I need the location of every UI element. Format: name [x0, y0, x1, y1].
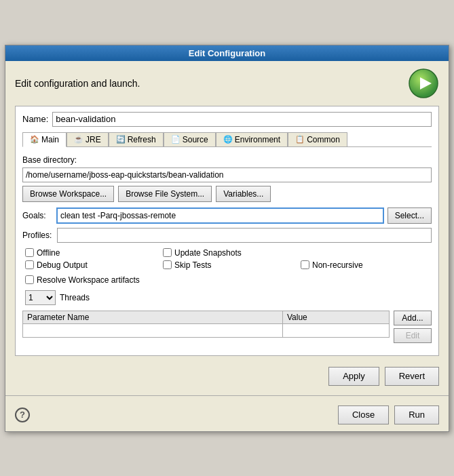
main-tab-content: Base directory: Browse Workspace... Brow…	[22, 153, 432, 349]
revert-button[interactable]: Revert	[385, 367, 439, 386]
params-table: Parameter Name Value	[22, 311, 390, 338]
refresh-tab-icon: 🔄	[116, 135, 126, 144]
common-tab-icon: 📋	[295, 135, 305, 144]
skip-tests-checkbox-item[interactable]: Skip Tests	[163, 260, 294, 270]
source-tab-icon: 📄	[171, 135, 181, 144]
offline-label: Offline	[37, 248, 60, 258]
profiles-label: Profiles:	[22, 231, 53, 240]
param-name-header: Parameter Name	[23, 311, 283, 323]
close-button[interactable]: Close	[338, 405, 389, 424]
non-recursive-label: Non-recursive	[312, 260, 363, 270]
apply-revert-row: Apply Revert	[5, 363, 449, 390]
offline-checkbox-item[interactable]: Offline	[25, 248, 156, 258]
launch-button[interactable]	[408, 68, 439, 99]
tab-environment[interactable]: 🌐 Environment	[216, 132, 288, 146]
non-recursive-checkbox[interactable]	[301, 260, 309, 269]
browse-workspace-button[interactable]: Browse Workspace...	[22, 186, 114, 202]
resolve-workspace-checkbox[interactable]	[25, 275, 34, 284]
name-input[interactable]	[52, 112, 432, 127]
tab-jre[interactable]: ☕ JRE	[67, 132, 109, 146]
tab-refresh[interactable]: 🔄 Refresh	[109, 132, 164, 146]
name-label: Name:	[22, 114, 48, 124]
profiles-input[interactable]	[57, 228, 432, 243]
dialog-title: Edit Configuration	[189, 48, 265, 58]
resolve-workspace-checkbox-item[interactable]: Resolve Workspace artifacts	[25, 275, 432, 285]
skip-tests-label: Skip Tests	[174, 260, 211, 270]
tabs-bar: 🏠 Main ☕ JRE 🔄 Refresh 📄 Source 🌐	[22, 132, 432, 147]
select-goals-button[interactable]: Select...	[387, 207, 432, 224]
offline-checkbox[interactable]	[25, 248, 34, 257]
edit-parameter-button[interactable]: Edit	[394, 328, 432, 343]
browse-filesystem-button[interactable]: Browse File System...	[118, 186, 212, 202]
debug-output-label: Debug Output	[37, 260, 88, 270]
table-row	[23, 323, 390, 337]
jre-tab-icon: ☕	[74, 135, 83, 144]
checkboxes-grid: Offline Update Snapshots Debug Output Sk…	[22, 248, 432, 270]
threads-select[interactable]: 1 2 4 8	[25, 290, 56, 305]
base-directory-label: Base directory:	[22, 155, 432, 165]
header-text: Edit configuration and launch.	[15, 78, 140, 89]
help-button[interactable]: ?	[15, 408, 30, 422]
param-value-header: Value	[282, 311, 389, 323]
tab-source[interactable]: 📄 Source	[164, 132, 216, 146]
resolve-workspace-label: Resolve Workspace artifacts	[37, 275, 140, 285]
update-snapshots-checkbox[interactable]	[163, 248, 172, 257]
add-parameter-button[interactable]: Add...	[394, 311, 432, 325]
update-snapshots-checkbox-item[interactable]: Update Snapshots	[163, 248, 294, 258]
tab-common[interactable]: 📋 Common	[288, 132, 347, 146]
run-button[interactable]: Run	[394, 405, 439, 424]
goals-input[interactable]	[57, 208, 383, 223]
footer-row: ? Close Run	[5, 401, 449, 431]
update-snapshots-label: Update Snapshots	[174, 248, 242, 258]
variables-button[interactable]: Variables...	[216, 186, 271, 202]
goals-label: Goals:	[22, 211, 53, 220]
debug-output-checkbox[interactable]	[25, 260, 34, 269]
non-recursive-checkbox-item[interactable]: Non-recursive	[301, 260, 432, 270]
debug-output-checkbox-item[interactable]: Debug Output	[25, 260, 156, 270]
base-directory-input[interactable]	[22, 167, 432, 182]
environment-tab-icon: 🌐	[223, 135, 233, 144]
dialog-title-bar: Edit Configuration	[5, 45, 449, 61]
threads-label: Threads	[60, 293, 90, 302]
apply-button[interactable]: Apply	[328, 367, 379, 386]
main-tab-icon: 🏠	[30, 135, 39, 144]
skip-tests-checkbox[interactable]	[163, 260, 172, 269]
tab-main[interactable]: 🏠 Main	[22, 132, 67, 147]
